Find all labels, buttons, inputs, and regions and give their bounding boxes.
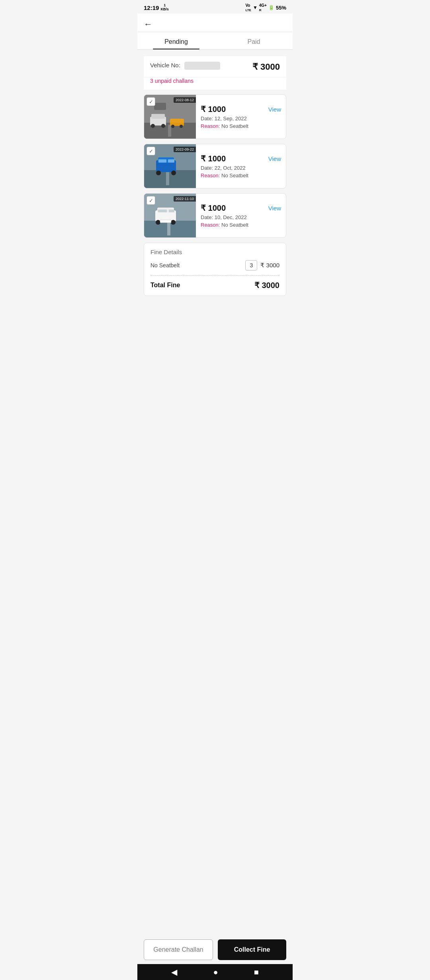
svg-point-16	[156, 171, 161, 175]
check-badge-3[interactable]: ✓	[147, 196, 155, 205]
svg-rect-27	[158, 210, 167, 212]
view-link-2[interactable]: View	[268, 155, 281, 162]
back-button[interactable]: ←	[144, 18, 152, 31]
svg-point-5	[151, 124, 155, 128]
view-link-3[interactable]: View	[268, 205, 281, 212]
svg-rect-12	[144, 170, 196, 188]
date-badge-2: 2022-09-22	[174, 147, 196, 152]
svg-rect-13	[166, 171, 169, 185]
fine-count-box: 3	[245, 260, 257, 270]
challan-card-1: 2022-08-12 ✓ ₹ 1000 View Date: 12, Sep, …	[144, 94, 286, 139]
total-amount: ₹ 3000	[252, 62, 280, 72]
svg-rect-19	[168, 159, 174, 163]
challan-amount-2: ₹ 1000	[201, 154, 226, 163]
network-icon: 4G+R	[259, 3, 267, 12]
date-badge-3: 2022-11-10	[174, 196, 196, 202]
fine-item-name: No Seatbelt	[150, 262, 180, 269]
challan-info-2: ₹ 1000 View Date: 22, Oct, 2022 Reason: …	[196, 144, 286, 188]
total-label: Total Fine	[150, 282, 180, 289]
svg-rect-22	[167, 221, 170, 235]
svg-rect-2	[168, 125, 171, 137]
top-nav: ←	[137, 14, 293, 31]
challan-card-3: 2022-11-10 ✓ ₹ 1000 View Date: 10, Dec, …	[144, 193, 286, 238]
challan-amount-1: ₹ 1000	[201, 104, 226, 114]
challan-card-2: 2022-09-22 ✓ ₹ 1000 View Date: 22, Oct, …	[144, 144, 286, 188]
net-speed: 1 KB/s	[160, 4, 169, 12]
vehicle-number-box	[184, 62, 220, 70]
svg-point-17	[171, 171, 176, 175]
fine-item-amount: ₹ 3000	[260, 262, 280, 269]
challan-date-2: Date: 22, Oct, 2022	[201, 165, 281, 171]
check-badge-2[interactable]: ✓	[147, 147, 155, 155]
svg-point-26	[171, 220, 176, 225]
challan-date-3: Date: 10, Dec, 2022	[201, 214, 281, 220]
battery-icon: 🔋	[268, 5, 274, 10]
tab-paid[interactable]: Paid	[215, 33, 293, 49]
svg-point-8	[171, 125, 174, 128]
fine-item-row: No Seatbelt 3 ₹ 3000	[150, 260, 280, 276]
status-time: 12:19	[144, 4, 159, 11]
total-row: Total Fine ₹ 3000	[150, 280, 280, 290]
svg-rect-4	[151, 114, 165, 119]
view-link-1[interactable]: View	[268, 106, 281, 113]
svg-rect-7	[170, 119, 184, 126]
date-badge-1: 2022-08-12	[174, 97, 196, 103]
volte-icon: VoLTE	[245, 3, 251, 12]
svg-point-6	[161, 124, 165, 128]
main-content: Vehicle No: ₹ 3000 3 unpaid challans	[137, 50, 293, 338]
challan-amount-3: ₹ 1000	[201, 203, 226, 213]
challan-image-2: 2022-09-22 ✓	[144, 144, 196, 188]
challan-reason-1: Reason: No Seatbelt	[201, 123, 281, 129]
svg-rect-29	[160, 220, 171, 223]
battery-percent: 55%	[276, 5, 286, 11]
svg-point-9	[180, 125, 183, 128]
tabs-container: Pending Paid	[137, 33, 293, 50]
challan-reason-3: Reason: No Seatbelt	[201, 222, 281, 228]
fine-details-title: Fine Details	[150, 249, 280, 255]
vehicle-info-card: 3 unpaid challans	[144, 78, 286, 90]
challan-reason-2: Reason: No Seatbelt	[201, 172, 281, 178]
challan-image-3: 2022-11-10 ✓	[144, 194, 196, 237]
svg-rect-18	[158, 159, 166, 163]
svg-rect-28	[169, 210, 174, 212]
vehicle-label: Vehicle No:	[150, 62, 180, 69]
fine-details-card: Fine Details No Seatbelt 3 ₹ 3000 Total …	[144, 243, 286, 296]
svg-rect-10	[154, 103, 166, 110]
vehicle-info-row: Vehicle No: ₹ 3000	[144, 56, 286, 77]
challan-info-3: ₹ 1000 View Date: 10, Dec, 2022 Reason: …	[196, 194, 286, 237]
challan-info-1: ₹ 1000 View Date: 12, Sep, 2022 Reason: …	[196, 95, 286, 139]
tab-pending[interactable]: Pending	[137, 33, 215, 49]
status-bar: 12:19 1 KB/s VoLTE ▼ 4G+R 🔋 55%	[137, 0, 293, 14]
total-value: ₹ 3000	[254, 280, 280, 290]
unpaid-text: 3 unpaid challans	[150, 78, 280, 84]
challan-image-1: 2022-08-12 ✓	[144, 95, 196, 139]
check-badge-1[interactable]: ✓	[147, 97, 155, 106]
svg-point-25	[156, 220, 160, 225]
challan-date-1: Date: 12, Sep, 2022	[201, 116, 281, 122]
wifi-icon: ▼	[253, 5, 258, 10]
